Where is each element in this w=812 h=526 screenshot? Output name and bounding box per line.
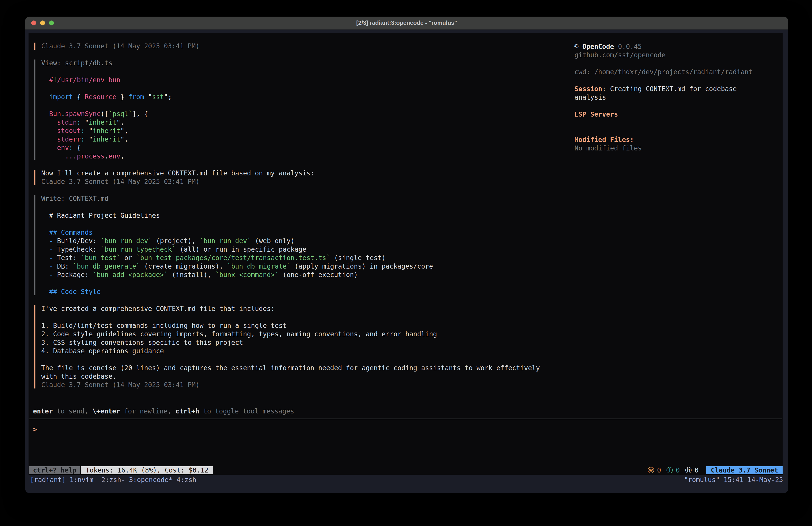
text-line: env: { xyxy=(41,144,573,152)
text-segment: 0.0.45 xyxy=(614,43,642,51)
text-segment: "; xyxy=(164,93,172,101)
chat-transcript[interactable]: Claude 3.7 Sonnet (14 May 2025 03:41 PM)… xyxy=(34,42,573,398)
text-segment: The file is concise (20 lines) and captu… xyxy=(41,364,540,372)
text-segment xyxy=(41,271,49,279)
text-segment: - xyxy=(49,271,53,279)
message-block: Now I'll create a comprehensive CONTEXT.… xyxy=(34,169,573,186)
text-segment: stdout xyxy=(57,127,81,134)
message-block: Claude 3.7 Sonnet (14 May 2025 03:41 PM) xyxy=(34,42,573,51)
text-segment: : xyxy=(602,85,610,93)
text-segment: cwd: /home/thdxr/dev/projects/radiant/ra… xyxy=(575,68,753,76)
text-segment: spawnSync xyxy=(65,110,101,118)
text-line: with this codebase. xyxy=(41,372,573,381)
text-segment: \+enter xyxy=(92,408,120,415)
text-segment: (apply migrations) in packages/core xyxy=(291,262,433,270)
text-segment: ## Code Style xyxy=(49,288,101,296)
text-segment: sst xyxy=(152,93,164,101)
text-segment: 4. Database operations guidance xyxy=(41,347,164,355)
info-icon: ⓘ xyxy=(667,466,673,474)
text-segment: ! xyxy=(53,76,57,84)
text-line xyxy=(575,102,783,110)
text-segment: `bun db migrate` xyxy=(227,262,291,270)
text-line xyxy=(575,118,783,127)
text-line xyxy=(41,220,573,228)
text-segment: (create migrations), xyxy=(140,262,227,270)
text-segment: analysis xyxy=(575,94,606,101)
text-line: analysis xyxy=(575,93,783,102)
prompt-input[interactable] xyxy=(37,425,438,434)
terminal-window: [2/3] radiant:3:opencode - "romulus" Cla… xyxy=(25,17,788,493)
input-separator xyxy=(29,418,782,419)
text-line: Write: CONTEXT.md xyxy=(41,194,573,203)
message-block: View: script/db.ts #!/usr/bin/env bun im… xyxy=(34,59,573,160)
text-segment: Modified Files: xyxy=(575,136,634,144)
text-segment: . xyxy=(61,110,65,118)
text-segment: (all) or run in specific package xyxy=(176,246,306,253)
lsp-diagnostics: ⓦ0ⓘ0ⓗ0 xyxy=(648,466,699,474)
text-segment: { xyxy=(73,144,81,152)
text-segment: inherit xyxy=(89,118,116,126)
text-segment xyxy=(41,246,49,253)
opencode-app: Claude 3.7 Sonnet (14 May 2025 03:41 PM)… xyxy=(29,33,783,475)
diagnostic-info: ⓘ0 xyxy=(667,466,680,474)
text-segment: (single test) xyxy=(330,254,386,262)
text-segment: `bun add <package>` xyxy=(93,271,168,279)
text-segment: : xyxy=(81,136,85,143)
text-segment: Package: xyxy=(53,271,93,279)
text-segment: © xyxy=(575,43,582,51)
text-segment: ", xyxy=(116,118,124,126)
text-segment: ", xyxy=(120,127,128,134)
text-segment xyxy=(41,136,57,143)
tmux-window-list[interactable]: [radiant] 1:nvim 2:zsh- 3:opencode* 4:zs… xyxy=(30,475,196,493)
text-segment: " xyxy=(144,93,152,101)
text-segment: . xyxy=(104,153,108,160)
text-line: Bun.spawnSync([`psql`], { xyxy=(41,110,573,118)
model-badge[interactable]: Claude 3.7 Sonnet xyxy=(706,466,783,474)
text-segment: Creating CONTEXT.md for codebase xyxy=(610,85,737,93)
text-segment xyxy=(41,254,49,262)
text-segment: Now I'll create a comprehensive CONTEXT.… xyxy=(41,169,314,177)
window-title: [2/3] radiant:3:opencode - "romulus" xyxy=(25,17,788,29)
text-segment: ## Commands xyxy=(49,229,93,236)
text-line: #!/usr/bin/env bun xyxy=(41,76,573,84)
text-segment: ", xyxy=(120,136,128,143)
text-line: stdout: "inherit", xyxy=(41,127,573,135)
text-line xyxy=(575,127,783,136)
text-line: - Package: `bun add <package>` (install)… xyxy=(41,271,573,279)
text-segment xyxy=(41,118,57,126)
window-titlebar[interactable]: [2/3] radiant:3:opencode - "romulus" xyxy=(25,17,788,30)
text-segment xyxy=(41,110,49,118)
help-shortcut-badge[interactable]: ctrl+? help xyxy=(29,466,80,474)
text-line: 2. Code style guidelines covering import… xyxy=(41,330,573,338)
text-segment xyxy=(41,93,49,101)
text-segment: - xyxy=(49,254,53,262)
text-line: Claude 3.7 Sonnet (14 May 2025 03:41 PM) xyxy=(41,177,573,186)
text-line: The file is concise (20 lines) and captu… xyxy=(41,364,573,372)
text-segment: " xyxy=(85,127,93,134)
text-segment: enter xyxy=(33,408,53,415)
text-segment: `bun run dev` xyxy=(101,237,152,245)
text-segment: stdin xyxy=(57,118,77,126)
text-segment: (web only) xyxy=(251,237,294,245)
text-segment: github.com/sst/opencode xyxy=(575,51,666,59)
text-segment: Claude 3.7 Sonnet (14 May 2025 03:41 PM) xyxy=(41,178,200,185)
text-segment: inherit xyxy=(93,136,120,143)
text-line: Session: Creating CONTEXT.md for codebas… xyxy=(575,85,783,93)
text-line: 3. CSS styling conventions specific to t… xyxy=(41,338,573,347)
text-line: Modified Files: xyxy=(575,136,783,144)
text-segment: inherit xyxy=(93,127,120,134)
hints-count: 0 xyxy=(695,466,699,474)
text-segment: env xyxy=(57,144,69,152)
text-segment: `bun run typecheck` xyxy=(101,246,176,253)
text-line: ## Code Style xyxy=(41,287,573,296)
text-line: Now I'll create a comprehensive CONTEXT.… xyxy=(41,169,573,177)
text-segment: # Radiant Project Guidelines xyxy=(41,212,160,219)
text-segment: : xyxy=(77,118,81,126)
text-segment: (install), xyxy=(168,271,215,279)
tmux-status-bar: [radiant] 1:nvim 2:zsh- 3:opencode* 4:zs… xyxy=(25,475,788,493)
message-block: Write: CONTEXT.md # Radiant Project Guid… xyxy=(34,194,573,296)
text-line: 4. Database operations guidance xyxy=(41,347,573,355)
text-segment: " xyxy=(85,136,93,143)
text-segment: (one-off execution) xyxy=(279,271,358,279)
text-segment: Build/Dev: xyxy=(53,237,101,245)
